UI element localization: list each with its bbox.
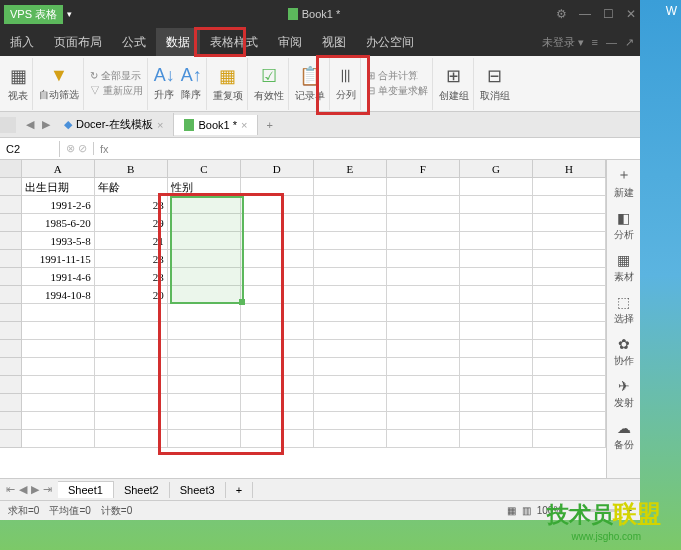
cell[interactable] (533, 196, 606, 214)
cell[interactable] (387, 214, 460, 232)
cell[interactable]: 1994-10-8 (22, 286, 95, 304)
maximize-button[interactable]: ☐ (603, 7, 614, 21)
cell[interactable] (460, 250, 533, 268)
tab-close-icon[interactable]: × (157, 119, 163, 131)
cell[interactable] (387, 322, 460, 340)
cell[interactable] (460, 214, 533, 232)
row-header[interactable] (0, 304, 22, 322)
sheet-tab-1[interactable]: Sheet1 (58, 481, 114, 498)
sort-asc-button[interactable]: A↓ 升序 (154, 65, 175, 102)
settings-icon[interactable]: ⚙ (556, 7, 567, 21)
cell[interactable] (460, 340, 533, 358)
row-header[interactable] (0, 178, 22, 196)
panel-select-button[interactable]: ⬚选择 (614, 294, 634, 326)
reapply-button[interactable]: ▽ 重新应用 (90, 84, 143, 98)
cell[interactable] (314, 196, 387, 214)
cell[interactable] (22, 358, 95, 376)
cell[interactable] (314, 394, 387, 412)
row-header[interactable] (0, 376, 22, 394)
cell[interactable] (314, 268, 387, 286)
cell[interactable] (241, 358, 314, 376)
cell[interactable] (241, 250, 314, 268)
fx-icon[interactable]: fx (94, 143, 115, 155)
cell[interactable] (168, 196, 241, 214)
cell[interactable] (168, 214, 241, 232)
autofilter-button[interactable]: ▼ 自动筛选 (35, 58, 84, 110)
cell[interactable] (168, 412, 241, 430)
panel-material-button[interactable]: ▦素材 (614, 252, 634, 284)
cell[interactable] (314, 340, 387, 358)
view-page-icon[interactable]: ▥ (522, 505, 531, 516)
cell[interactable] (168, 286, 241, 304)
col-header-c[interactable]: C (168, 160, 241, 177)
popout-icon[interactable]: ↗ (625, 36, 634, 49)
hamburger-icon[interactable]: ≡ (592, 36, 598, 48)
tab-docer-template[interactable]: ◆ Docer-在线模板 × (54, 113, 174, 136)
cell[interactable] (387, 358, 460, 376)
cell[interactable] (314, 214, 387, 232)
cell[interactable] (22, 412, 95, 430)
menu-formula[interactable]: 公式 (112, 28, 156, 57)
cell[interactable] (460, 232, 533, 250)
cell[interactable]: 性别 (168, 178, 241, 196)
row-header[interactable] (0, 250, 22, 268)
minimize-button[interactable]: — (579, 7, 591, 21)
cell[interactable] (533, 304, 606, 322)
row-header[interactable] (0, 394, 22, 412)
zoom-slider[interactable] (580, 509, 620, 512)
cell[interactable] (314, 304, 387, 322)
cell[interactable]: 23 (95, 268, 168, 286)
nav-grid-icon[interactable] (0, 117, 16, 133)
cell[interactable] (314, 376, 387, 394)
cell[interactable] (241, 430, 314, 448)
login-button[interactable]: 未登录 ▾ (542, 35, 584, 50)
cell[interactable] (168, 394, 241, 412)
cell[interactable] (95, 358, 168, 376)
panel-share-button[interactable]: ✈发射 (614, 378, 634, 410)
cell[interactable] (168, 304, 241, 322)
cell[interactable] (387, 268, 460, 286)
select-all-corner[interactable] (0, 160, 22, 177)
consolidate-button[interactable]: ⊞ 合并计算 (367, 69, 428, 83)
zoom-level[interactable]: 100% (537, 505, 563, 516)
showall-button[interactable]: ↻ 全部显示 (90, 69, 143, 83)
sheet-tab-2[interactable]: Sheet2 (114, 482, 170, 498)
cell[interactable] (387, 232, 460, 250)
menu-office[interactable]: 办公空间 (356, 28, 424, 57)
group-button[interactable]: ⊞ 创建组 (435, 58, 474, 110)
cell[interactable] (314, 178, 387, 196)
form-button[interactable]: 📋 记录单 (291, 58, 330, 110)
cell[interactable] (533, 286, 606, 304)
cell[interactable] (168, 376, 241, 394)
row-header[interactable] (0, 196, 22, 214)
cell[interactable] (387, 394, 460, 412)
cell[interactable] (314, 232, 387, 250)
panel-collab-button[interactable]: ✿协作 (614, 336, 634, 368)
cell[interactable] (241, 322, 314, 340)
cell[interactable] (241, 214, 314, 232)
cell[interactable] (22, 322, 95, 340)
cell[interactable] (460, 358, 533, 376)
cell[interactable] (241, 340, 314, 358)
cell[interactable] (314, 358, 387, 376)
cell[interactable] (241, 376, 314, 394)
cell[interactable] (387, 250, 460, 268)
tab-book1[interactable]: Book1 * × (174, 115, 258, 135)
cell[interactable] (314, 430, 387, 448)
cell[interactable] (95, 340, 168, 358)
cell[interactable] (168, 232, 241, 250)
sheet-nav-next-icon[interactable]: ▶ (31, 483, 39, 496)
row-header[interactable] (0, 286, 22, 304)
row-header[interactable] (0, 232, 22, 250)
sheet-nav-last-icon[interactable]: ⇥ (43, 483, 52, 496)
cell[interactable] (241, 286, 314, 304)
cell[interactable] (241, 304, 314, 322)
cell[interactable] (168, 250, 241, 268)
cell[interactable]: 21 (95, 232, 168, 250)
cell[interactable]: 1985-6-20 (22, 214, 95, 232)
cell[interactable] (168, 358, 241, 376)
cell[interactable] (533, 340, 606, 358)
panel-new-button[interactable]: ＋新建 (614, 166, 634, 200)
cell[interactable] (241, 196, 314, 214)
cell[interactable] (22, 304, 95, 322)
